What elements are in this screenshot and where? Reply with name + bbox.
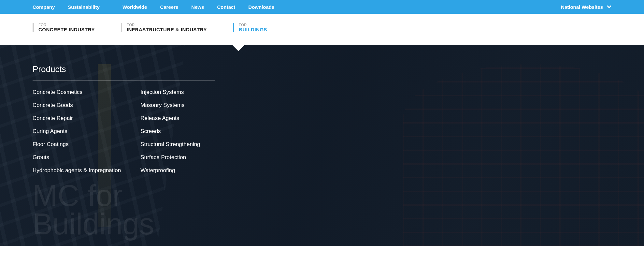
products-column-2: Injection Systems Masonry Systems Releas… bbox=[140, 89, 200, 174]
product-link-injection-systems[interactable]: Injection Systems bbox=[140, 89, 200, 96]
topnav-item-contact[interactable]: Contact bbox=[217, 4, 236, 10]
chevron-down-icon bbox=[607, 5, 611, 9]
hero-bg-title-line2: Buildings bbox=[33, 210, 154, 238]
products-columns: Concrete Cosmetics Concrete Goods Concre… bbox=[33, 89, 215, 174]
product-link-structural-strengthening[interactable]: Structural Strengthening bbox=[140, 141, 200, 148]
category-nav: FOR CONCRETE INDUSTRY FOR INFRASTRUCTURE… bbox=[0, 14, 644, 45]
hero-section: MC for Buildings Products Concrete Cosme… bbox=[0, 45, 644, 246]
product-link-surface-protection[interactable]: Surface Protection bbox=[140, 154, 200, 161]
category-for-label: FOR bbox=[38, 23, 95, 27]
product-link-curing-agents[interactable]: Curing Agents bbox=[33, 128, 121, 135]
topnav-item-downloads[interactable]: Downloads bbox=[248, 4, 274, 10]
product-link-concrete-goods[interactable]: Concrete Goods bbox=[33, 102, 121, 109]
category-tab-infrastructure-industry[interactable]: FOR INFRASTRUCTURE & INDUSTRY bbox=[121, 23, 207, 32]
topnav-item-news[interactable]: News bbox=[191, 4, 204, 10]
category-title: CONCRETE INDUSTRY bbox=[38, 27, 95, 32]
product-link-hydrophobic-agents[interactable]: Hydrophobic agents & Impregnation bbox=[33, 167, 121, 174]
products-heading: Products bbox=[33, 64, 215, 81]
active-tab-pointer-icon bbox=[231, 44, 246, 51]
products-panel: Products Concrete Cosmetics Concrete Goo… bbox=[0, 45, 248, 174]
product-link-grouts[interactable]: Grouts bbox=[33, 154, 121, 161]
bg-decoration-right bbox=[403, 64, 644, 246]
category-title: BUILDINGS bbox=[239, 27, 267, 32]
category-tab-concrete-industry[interactable]: FOR CONCRETE INDUSTRY bbox=[33, 23, 95, 32]
topnav-item-sustainability[interactable]: Sustainability bbox=[68, 4, 100, 10]
top-navbar: Company Sustainability Worldwide Careers… bbox=[0, 0, 644, 14]
product-link-concrete-cosmetics[interactable]: Concrete Cosmetics bbox=[33, 89, 121, 96]
topnav-item-worldwide[interactable]: Worldwide bbox=[122, 4, 147, 10]
hero-bg-title: MC for Buildings bbox=[33, 182, 154, 239]
category-for-label: FOR bbox=[127, 23, 207, 27]
product-link-release-agents[interactable]: Release Agents bbox=[140, 115, 200, 122]
topnav-item-careers[interactable]: Careers bbox=[160, 4, 178, 10]
product-link-waterproofing[interactable]: Waterproofing bbox=[140, 167, 200, 174]
products-column-1: Concrete Cosmetics Concrete Goods Concre… bbox=[33, 89, 121, 174]
topnav-left: Company Sustainability Worldwide Careers… bbox=[33, 4, 274, 10]
category-for-label: FOR bbox=[239, 23, 267, 27]
product-link-screeds[interactable]: Screeds bbox=[140, 128, 200, 135]
category-title: INFRASTRUCTURE & INDUSTRY bbox=[127, 27, 207, 32]
hero-bg-title-line1: MC for bbox=[33, 182, 154, 210]
product-link-concrete-repair[interactable]: Concrete Repair bbox=[33, 115, 121, 122]
national-websites-label: National Websites bbox=[561, 4, 603, 10]
topnav-item-company[interactable]: Company bbox=[33, 4, 55, 10]
national-websites-dropdown[interactable]: National Websites bbox=[561, 4, 611, 10]
product-link-masonry-systems[interactable]: Masonry Systems bbox=[140, 102, 200, 109]
category-tab-buildings[interactable]: FOR BUILDINGS bbox=[233, 23, 267, 32]
product-link-floor-coatings[interactable]: Floor Coatings bbox=[33, 141, 121, 148]
